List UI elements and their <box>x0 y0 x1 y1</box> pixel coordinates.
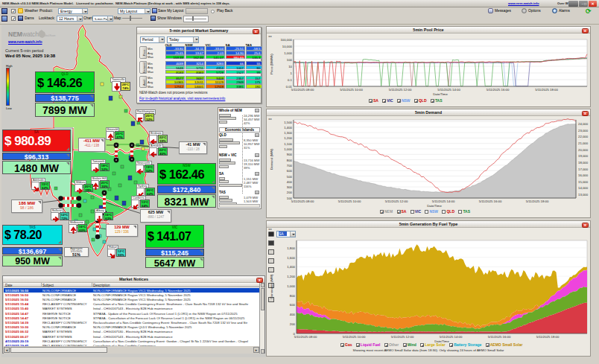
svg-text:5/11/2025 12:00: 5/11/2025 12:00 <box>389 88 412 92</box>
svg-text:10: 10 <box>288 65 292 68</box>
svg-text:5/11/2025 12:00: 5/11/2025 12:00 <box>385 199 408 203</box>
svg-text:16,000: 16,000 <box>578 173 589 177</box>
svg-text:5/11/2025 10:00: 5/11/2025 10:00 <box>343 335 366 339</box>
svg-text:13,000: 13,000 <box>578 193 589 197</box>
svg-text:200: 200 <box>287 191 293 194</box>
svg-text:5/11/2025 14:00: 5/11/2025 14:00 <box>432 199 455 203</box>
svg-text:400: 400 <box>287 180 293 184</box>
svg-text:Price ($/MWh): Price ($/MWh) <box>270 54 273 74</box>
svg-text:600: 600 <box>287 169 293 173</box>
svg-text:1,400: 1,400 <box>287 265 295 269</box>
svg-text:5/11/2025 08:00: 5/11/2025 08:00 <box>291 88 314 92</box>
svg-text:1,000: 1,000 <box>284 51 292 55</box>
svg-text:700: 700 <box>287 164 293 167</box>
svg-text:5/11/2025 08:00: 5/11/2025 08:00 <box>291 199 314 203</box>
svg-text:600: 600 <box>290 303 296 307</box>
svg-text:0.1: 0.1 <box>288 78 293 82</box>
svg-text:5/11/2025 10:00: 5/11/2025 10:00 <box>338 199 361 203</box>
svg-text:5/11/2025 18:00: 5/11/2025 18:00 <box>535 88 558 92</box>
svg-text:1,000: 1,000 <box>284 147 292 151</box>
svg-text:5/11/2025 16:00: 5/11/2025 16:00 <box>487 88 510 92</box>
svg-text:800: 800 <box>290 294 296 298</box>
svg-text:21,000: 21,000 <box>578 141 589 145</box>
svg-text:5/11/2025 10:00: 5/11/2025 10:00 <box>340 88 363 92</box>
svg-text:5/11/2025 14:00: 5/11/2025 14:00 <box>437 88 460 92</box>
svg-text:Date/Time: Date/Time <box>433 92 448 96</box>
svg-text:19,000: 19,000 <box>578 154 589 158</box>
svg-text:5/11/2025 12:00: 5/11/2025 12:00 <box>391 335 414 339</box>
svg-text:22,000: 22,000 <box>578 135 589 138</box>
svg-text:400: 400 <box>290 313 296 316</box>
svg-text:300: 300 <box>287 185 293 189</box>
svg-text:10,000: 10,000 <box>282 45 293 48</box>
svg-text:5/11/2025 08:00: 5/11/2025 08:00 <box>294 335 317 339</box>
svg-text:1,600: 1,600 <box>287 256 295 260</box>
svg-text:1: 1 <box>291 71 293 75</box>
svg-text:200: 200 <box>290 322 296 326</box>
svg-text:24,000: 24,000 <box>578 122 589 126</box>
svg-text:1,300: 1,300 <box>284 131 292 135</box>
svg-text:1,200: 1,200 <box>287 275 295 278</box>
svg-text:Demand (MW): Demand (MW) <box>270 148 273 170</box>
svg-text:1,200: 1,200 <box>284 136 292 140</box>
svg-text:17,000: 17,000 <box>578 167 589 171</box>
svg-text:1,400: 1,400 <box>284 126 292 130</box>
svg-text:23,000: 23,000 <box>578 129 589 132</box>
svg-text:1,500: 1,500 <box>284 121 292 124</box>
svg-text:900: 900 <box>287 153 293 156</box>
svg-text:18,000: 18,000 <box>578 161 589 165</box>
svg-text:5/11/2025 16:00: 5/11/2025 16:00 <box>488 335 511 339</box>
svg-text:100: 100 <box>287 58 293 62</box>
svg-text:Generation (MW): Generation (MW) <box>270 274 273 299</box>
svg-text:1,800: 1,800 <box>287 246 295 250</box>
svg-text:5/11/2025 18:00: 5/11/2025 18:00 <box>536 335 560 339</box>
svg-text:14,000: 14,000 <box>578 186 589 190</box>
svg-text:Date/Time: Date/Time <box>427 204 442 208</box>
svg-text:100,000: 100,000 <box>280 38 292 42</box>
svg-text:15,000: 15,000 <box>578 180 589 184</box>
svg-text:5/11/2025 18:00: 5/11/2025 18:00 <box>526 199 549 203</box>
svg-text:5/11/2025 14:00: 5/11/2025 14:00 <box>440 335 463 339</box>
svg-text:5/11/2025 16:00: 5/11/2025 16:00 <box>479 199 502 203</box>
svg-text:1,100: 1,100 <box>284 142 292 146</box>
svg-text:800: 800 <box>287 159 293 162</box>
svg-text:1,000: 1,000 <box>287 284 295 288</box>
svg-text:20,000: 20,000 <box>578 148 589 152</box>
svg-text:500: 500 <box>287 175 293 179</box>
